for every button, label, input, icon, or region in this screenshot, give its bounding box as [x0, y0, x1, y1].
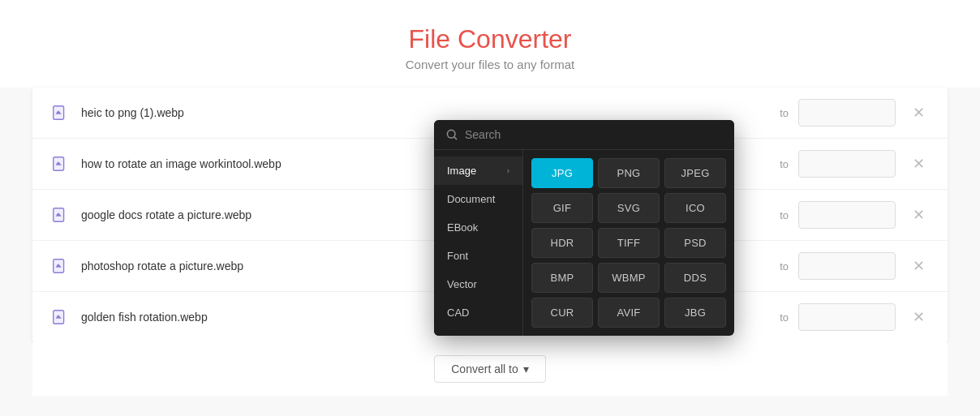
format-btn-tiff[interactable]: TIFF	[598, 228, 660, 258]
format-grid: JPGPNGJPEGGIFSVGICOHDRTIFFPSDBMPWBMPDDSC…	[531, 158, 726, 328]
category-label-cad: CAD	[447, 307, 469, 319]
format-btn-avif[interactable]: AVIF	[598, 298, 660, 328]
format-btn-dds[interactable]: DDS	[664, 263, 726, 293]
svg-point-5	[57, 162, 58, 164]
to-label: to	[780, 107, 789, 119]
format-btn-jpeg[interactable]: JPEG	[664, 158, 726, 188]
format-btn-ico[interactable]: ICO	[664, 193, 726, 223]
svg-point-14	[57, 315, 58, 317]
remove-file-button[interactable]: ✕	[905, 151, 931, 177]
to-label: to	[780, 209, 789, 221]
to-label: to	[780, 260, 789, 272]
remove-file-button[interactable]: ✕	[905, 253, 931, 279]
format-select[interactable]	[798, 150, 896, 178]
category-item-image[interactable]: Image›	[434, 157, 522, 185]
category-label-ebook: EBook	[447, 221, 478, 234]
format-btn-cur[interactable]: CUR	[531, 298, 593, 328]
search-icon	[445, 128, 458, 141]
page-title: File Converter	[0, 24, 980, 54]
to-label: to	[780, 311, 789, 324]
format-grid-container: JPGPNGJPEGGIFSVGICOHDRTIFFPSDBMPWBMPDDSC…	[523, 150, 734, 336]
category-item-document[interactable]: Document	[434, 185, 522, 213]
format-dropdown: Image›DocumentEBookFontVectorCAD JPGPNGJ…	[434, 120, 734, 336]
format-select[interactable]	[798, 303, 896, 331]
category-list: Image›DocumentEBookFontVectorCAD	[434, 150, 523, 336]
remove-file-button[interactable]: ✕	[905, 100, 931, 126]
format-btn-wbmp[interactable]: WBMP	[598, 263, 660, 293]
svg-point-8	[57, 213, 58, 215]
format-select[interactable]	[798, 99, 896, 127]
dropdown-body: Image›DocumentEBookFontVectorCAD JPGPNGJ…	[434, 150, 734, 336]
format-select[interactable]	[798, 201, 896, 229]
category-item-vector[interactable]: Vector	[434, 270, 522, 298]
category-label-image: Image	[447, 165, 476, 177]
search-input[interactable]	[465, 128, 723, 141]
svg-point-2	[57, 111, 58, 113]
format-btn-hdr[interactable]: HDR	[531, 228, 593, 258]
format-btn-psd[interactable]: PSD	[664, 228, 726, 258]
file-icon	[49, 101, 71, 124]
remove-file-button[interactable]: ✕	[905, 304, 931, 330]
file-icon	[49, 255, 71, 277]
format-btn-bmp[interactable]: BMP	[531, 263, 593, 293]
file-icon	[49, 152, 71, 175]
convert-all-label: Convert all to	[451, 362, 518, 375]
file-icon	[49, 204, 71, 226]
format-btn-jpg[interactable]: JPG	[531, 158, 593, 188]
bottom-bar: Convert all to ▾	[32, 342, 948, 396]
file-icon	[49, 306, 71, 328]
format-btn-svg[interactable]: SVG	[598, 193, 660, 223]
category-item-cad[interactable]: CAD	[434, 298, 522, 327]
page-header: File Converter Convert your files to any…	[0, 0, 980, 88]
svg-line-16	[454, 137, 457, 139]
category-item-ebook[interactable]: EBook	[434, 213, 522, 242]
chevron-right-icon: ›	[507, 166, 509, 175]
category-label-document: Document	[447, 193, 495, 205]
file-name: heic to png (1).webp	[81, 106, 770, 119]
search-bar	[434, 120, 734, 150]
to-label: to	[780, 158, 789, 170]
convert-all-button[interactable]: Convert all to ▾	[434, 355, 545, 383]
category-label-vector: Vector	[447, 278, 477, 290]
svg-point-11	[57, 264, 58, 266]
category-label-font: Font	[447, 250, 468, 262]
format-btn-jbg[interactable]: JBG	[664, 298, 726, 328]
format-select[interactable]	[798, 252, 896, 280]
format-btn-gif[interactable]: GIF	[531, 193, 593, 223]
format-btn-png[interactable]: PNG	[598, 158, 660, 188]
category-item-font[interactable]: Font	[434, 242, 522, 270]
page-subtitle: Convert your files to any format	[0, 58, 980, 71]
chevron-down-icon: ▾	[523, 362, 529, 375]
remove-file-button[interactable]: ✕	[905, 202, 931, 228]
